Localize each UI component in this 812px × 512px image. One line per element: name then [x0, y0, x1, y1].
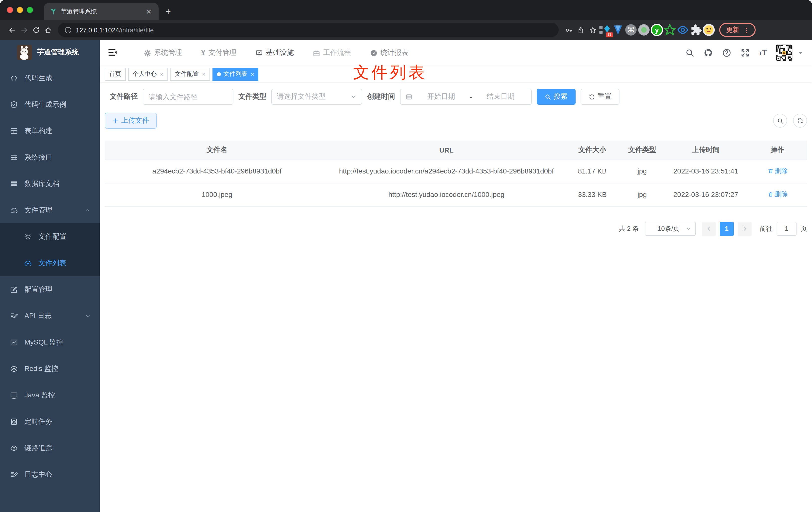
home-icon[interactable]	[42, 24, 54, 36]
share-icon[interactable]	[575, 24, 586, 36]
browser-tab[interactable]: 芋道管理系统 ✕	[44, 3, 158, 20]
kebab-menu-icon[interactable]: ⋮	[743, 26, 750, 34]
top-menu-支付管理[interactable]: ¥支付管理	[201, 48, 236, 57]
hamburger-icon[interactable]	[108, 48, 119, 58]
sidebar-item-API 日志[interactable]: API 日志	[0, 303, 100, 329]
sidebar-item-系统接口[interactable]: 系统接口	[0, 144, 100, 171]
browser-update-button[interactable]: 更新 ⋮	[719, 23, 756, 37]
tag-文件列表[interactable]: 文件列表×	[212, 67, 259, 81]
schedule-icon	[10, 418, 18, 425]
tag-close-icon[interactable]: ×	[251, 71, 254, 77]
sidebar-item-Java 监控[interactable]: Java 监控	[0, 382, 100, 408]
delete-button[interactable]: 删除	[767, 166, 788, 176]
window-zoom-button[interactable]	[27, 7, 33, 13]
tag-close-icon[interactable]: ×	[160, 71, 163, 77]
command-extension-icon[interactable]: ⌘	[625, 24, 637, 36]
tag-个人中心[interactable]: 个人中心×	[128, 67, 168, 81]
goto-page-input[interactable]	[777, 221, 796, 236]
file-type-select[interactable]: 请选择文件类型	[271, 89, 362, 105]
tag-首页[interactable]: 首页	[105, 67, 126, 81]
sidebar-item-代码生成示例[interactable]: 代码生成示例	[0, 91, 100, 118]
page-size-select[interactable]: 10条/页	[645, 221, 696, 236]
sidebar-logo[interactable]: 芋道管理系统	[0, 40, 100, 65]
red-annotation: 文件列表	[353, 62, 427, 84]
sidebar-item-MySQL 监控[interactable]: MySQL 监控	[0, 329, 100, 356]
toggle-search-button[interactable]	[773, 114, 787, 128]
recorder-extension-icon[interactable]	[637, 24, 650, 36]
goto-label: 前往	[760, 224, 773, 233]
upload-time-cell: 2022-03-16 23:51:41	[663, 159, 748, 183]
sidebar-item-日志中心[interactable]: 日志中心	[0, 461, 100, 488]
date-end-placeholder: 结束日期	[475, 92, 526, 101]
sidebar-item-文件管理[interactable]: 文件管理	[0, 197, 100, 223]
eye-extension-icon[interactable]	[676, 24, 689, 36]
search-button[interactable]: 搜索	[537, 89, 576, 105]
password-key-icon[interactable]	[562, 24, 575, 36]
browser-tab-title: 芋道管理系统	[61, 7, 141, 16]
refresh-table-button[interactable]	[793, 114, 807, 128]
sidebar-item-Redis 监控[interactable]: Redis 监控	[0, 356, 100, 382]
fullscreen-icon[interactable]	[740, 48, 750, 58]
sidebar-item-数据库文档[interactable]: 数据库文档	[0, 171, 100, 197]
reset-button[interactable]: 重置	[581, 89, 619, 105]
column-header-文件名: 文件名	[105, 141, 329, 159]
file-url-cell: http://test.yudao.iocoder.cn/a294ecb2-73…	[329, 159, 563, 183]
new-tab-button[interactable]: +	[166, 6, 171, 17]
chevron-down-icon	[351, 94, 357, 100]
header-search-icon[interactable]	[685, 48, 695, 58]
window-minimize-button[interactable]	[17, 7, 23, 13]
avatar-caret-down-icon[interactable]	[798, 50, 803, 55]
table-row: 1000.jpeghttp://test.yudao.iocoder.cn/10…	[105, 183, 807, 206]
sidebar-item-定时任务[interactable]: 定时任务	[0, 408, 100, 435]
help-icon[interactable]	[722, 48, 732, 58]
bookmark-star-icon[interactable]	[586, 24, 599, 36]
reload-icon[interactable]	[30, 24, 42, 36]
tag-文件配置[interactable]: 文件配置×	[170, 67, 210, 81]
top-menu-系统管理[interactable]: 系统管理	[144, 48, 182, 57]
window-close-button[interactable]	[7, 7, 13, 13]
user-avatar-qr[interactable]	[776, 44, 792, 61]
sidebar-item-label: API 日志	[24, 311, 78, 320]
top-menu-基础设施[interactable]: 基础设施	[255, 48, 294, 57]
sidebar-item-链路追踪[interactable]: 链路追踪	[0, 435, 100, 461]
trash-icon	[767, 168, 773, 174]
next-page-button[interactable]	[738, 221, 752, 236]
top-menu-工作流程[interactable]: 工作流程	[313, 48, 351, 57]
font-size-icon[interactable]: TT	[759, 48, 767, 58]
url-bar[interactable]: 127.0.0.1:1024/infra/file/file	[58, 23, 559, 37]
window-controls	[7, 7, 33, 13]
delete-button[interactable]: 删除	[767, 189, 788, 200]
yudao-extension-icon[interactable]: y	[650, 24, 663, 36]
pinned-extension-icon[interactable]: 11	[599, 24, 611, 36]
sidebar-item-配置管理[interactable]: 配置管理	[0, 276, 100, 303]
github-icon[interactable]	[703, 48, 713, 58]
site-info-icon[interactable]	[64, 24, 72, 36]
sidebar-item-文件列表[interactable]: 文件列表	[0, 250, 100, 276]
column-header-文件大小: 文件大小	[563, 141, 621, 159]
prev-page-button[interactable]	[702, 221, 716, 236]
sidebar-item-表单构建[interactable]: 表单构建	[0, 118, 100, 144]
file-path-label: 文件路径	[110, 92, 138, 101]
file-path-input[interactable]	[143, 89, 233, 105]
date-range-picker[interactable]: 开始日期 - 结束日期	[400, 89, 532, 105]
upload-time-cell: 2022-03-16 23:07:27	[663, 183, 748, 206]
sidebar-item-label: 链路追踪	[24, 444, 91, 452]
back-icon[interactable]	[6, 24, 18, 36]
sidebar-item-代码生成[interactable]: 代码生成	[0, 65, 100, 91]
goto-page: 前往 页	[760, 221, 807, 236]
vimium-extension-icon[interactable]	[611, 24, 625, 36]
profile-avatar[interactable]	[702, 24, 715, 36]
current-page-button[interactable]: 1	[720, 221, 734, 236]
star-extension-icon[interactable]	[663, 24, 676, 36]
action-cell: 删除	[748, 159, 807, 183]
forward-icon[interactable]	[18, 24, 30, 36]
sidebar-item-文件配置[interactable]: 文件配置	[0, 223, 100, 250]
tag-close-icon[interactable]: ×	[202, 71, 205, 77]
table-row: a294ecb2-73dd-4353-bf40-296b8931d0bfhttp…	[105, 159, 807, 183]
upload-file-button[interactable]: 上传文件	[105, 113, 156, 129]
extensions-puzzle-icon[interactable]	[689, 24, 702, 36]
top-menu-统计报表[interactable]: 统计报表	[370, 48, 408, 57]
chart-icon	[10, 338, 18, 346]
refresh-icon	[588, 93, 595, 100]
tab-close-icon[interactable]: ✕	[145, 8, 153, 15]
